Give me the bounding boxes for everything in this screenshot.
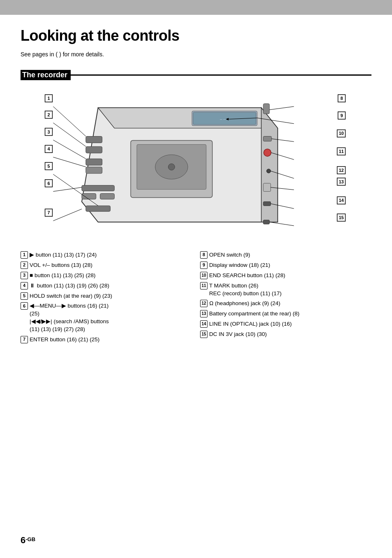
label-6: 6 [21, 302, 28, 310]
label-11: 11 [200, 282, 208, 289]
page-title: Looking at the controls [21, 27, 371, 44]
svg-text:1: 1 [47, 96, 50, 101]
label-13: 13 [200, 310, 208, 317]
desc-item-13: 13 Battery compartment (at the rear) (8) [200, 310, 371, 318]
section-title: The recorder [21, 70, 71, 80]
svg-text:5: 5 [47, 164, 50, 169]
label-14: 14 [200, 320, 208, 328]
svg-rect-50 [263, 201, 271, 206]
label-10: 10 [200, 272, 208, 279]
svg-line-58 [53, 209, 82, 221]
desc-text-2: VOL +/– buttons (13) (28) [30, 262, 192, 269]
desc-text-13: Battery compartment (at the rear) (8) [209, 310, 371, 318]
label-5: 5 [21, 292, 28, 300]
svg-rect-39 [86, 159, 102, 165]
svg-line-59 [270, 107, 294, 110]
desc-text-1: ▶ button (11) (13) (17) (24) [30, 251, 192, 259]
svg-rect-38 [86, 146, 102, 153]
svg-point-48 [267, 169, 271, 173]
svg-rect-42 [82, 194, 96, 199]
desc-item-5: 5 HOLD switch (at the rear) (9) (23) [21, 292, 192, 300]
svg-text:7: 7 [47, 210, 50, 215]
svg-text:3: 3 [47, 130, 50, 134]
desc-text-9: Display window (18) (21) [209, 262, 371, 269]
page-content: Looking at the controls See pages in ( )… [0, 15, 392, 363]
label-4: 4 [21, 282, 28, 289]
section-divider [71, 74, 371, 76]
svg-text:2: 2 [47, 112, 50, 117]
desc-item-8: 8 OPEN switch (9) [200, 251, 371, 259]
label-3: 3 [21, 272, 28, 279]
svg-text:11: 11 [339, 149, 344, 154]
desc-item-3: 3 ■ button (11) (13) (25) (28) [21, 272, 192, 280]
right-descriptions: 8 OPEN switch (9) 9 Display window (18) … [200, 251, 371, 346]
desc-item-10: 10 END SEARCH button (11) (28) [200, 272, 371, 280]
svg-text:12: 12 [339, 168, 344, 173]
diagram-area: 1 2 3 4 5 6 7 8 9 [21, 87, 371, 243]
desc-text-7: ENTER button (16) (21) (25) [30, 336, 192, 344]
desc-text-11: T MARK button (26)REC (record) button (1… [209, 282, 371, 298]
svg-text:15: 15 [339, 215, 344, 220]
desc-text-8: OPEN switch (9) [209, 251, 371, 259]
svg-text:10: 10 [339, 131, 344, 136]
page-footer: 6-GB [21, 535, 35, 546]
svg-rect-51 [263, 220, 270, 224]
svg-text:6: 6 [47, 181, 50, 186]
section-header: The recorder [21, 70, 371, 80]
svg-rect-45 [263, 104, 270, 114]
desc-text-15: DC IN 3V jack (10) (30) [209, 331, 371, 338]
svg-line-57 [53, 188, 82, 192]
desc-text-3: ■ button (11) (13) (25) (28) [30, 272, 192, 280]
svg-text:9: 9 [340, 113, 343, 118]
desc-item-12: 12 Ω (headphones) jack (9) (24) [200, 300, 371, 308]
label-2: 2 [21, 262, 28, 269]
desc-text-4: ⏸ button (11) (13) (19) (26) (28) [30, 282, 192, 290]
svg-rect-43 [100, 194, 115, 199]
svg-rect-41 [82, 185, 114, 191]
desc-text-5: HOLD switch (at the rear) (9) (23) [30, 292, 192, 300]
desc-text-12: Ω (headphones) jack (9) (24) [209, 300, 371, 308]
descriptions-area: 1 ▶ button (11) (13) (17) (24) 2 VOL +/–… [21, 251, 371, 346]
desc-item-9: 9 Display window (18) (21) [200, 262, 371, 269]
desc-item-1: 1 ▶ button (11) (13) (17) (24) [21, 251, 192, 259]
svg-line-55 [53, 157, 85, 167]
footer-suffix: -GB [25, 536, 35, 542]
desc-item-4: 4 ⏸ button (11) (13) (19) (26) (28) [21, 282, 192, 290]
svg-line-68 [270, 222, 294, 226]
svg-point-47 [264, 149, 271, 156]
svg-text:8: 8 [340, 96, 343, 101]
desc-item-6: 6 ◀—MENU—▶ buttons (16) (21)(25)|◀◀/▶▶| … [21, 302, 192, 333]
desc-item-7: 7 ENTER button (16) (21) (25) [21, 336, 192, 344]
svg-rect-37 [86, 136, 102, 143]
svg-text:4: 4 [47, 146, 50, 151]
svg-rect-46 [263, 136, 272, 141]
label-8: 8 [200, 251, 208, 259]
left-descriptions: 1 ▶ button (11) (13) (17) (24) 2 VOL +/–… [21, 251, 192, 346]
svg-point-36 [168, 164, 175, 170]
label-9: 9 [200, 262, 208, 269]
subtitle: See pages in ( ) for more details. [21, 51, 371, 58]
footer-number: 6 [21, 535, 25, 545]
label-1: 1 [21, 251, 28, 259]
svg-line-52 [53, 107, 85, 136]
desc-item-14: 14 LINE IN (OPTICAL) jack (10) (16) [200, 320, 371, 328]
label-15: 15 [200, 331, 208, 338]
desc-text-6: ◀—MENU—▶ buttons (16) (21)(25)|◀◀/▶▶| (s… [30, 302, 192, 333]
top-bar [0, 0, 392, 15]
svg-text:13: 13 [339, 179, 344, 184]
desc-text-10: END SEARCH button (11) (28) [209, 272, 371, 280]
label-12: 12 [200, 300, 208, 307]
svg-rect-49 [263, 183, 271, 192]
svg-text:14: 14 [339, 198, 344, 203]
svg-rect-44 [86, 206, 111, 211]
desc-text-14: LINE IN (OPTICAL) jack (10) (16) [209, 320, 371, 328]
label-7: 7 [21, 336, 28, 343]
svg-rect-40 [86, 167, 102, 174]
desc-item-15: 15 DC IN 3V jack (10) (30) [200, 331, 371, 338]
recorder-diagram: 1 2 3 4 5 6 7 8 9 [21, 87, 371, 243]
desc-item-11: 11 T MARK button (26)REC (record) button… [200, 282, 371, 298]
desc-item-2: 2 VOL +/– buttons (13) (28) [21, 262, 192, 269]
